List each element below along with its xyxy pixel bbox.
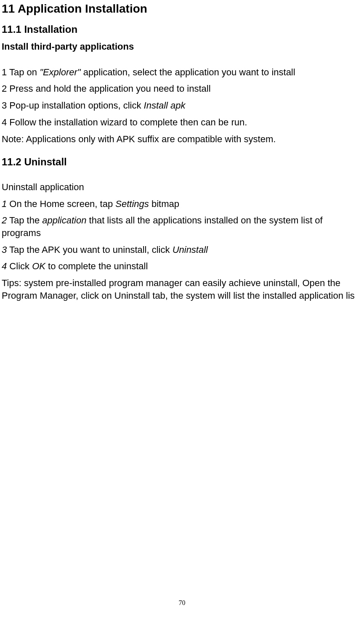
step-number: 1 [2,199,7,209]
uninstall-tips: Tips: system pre-installed program manag… [2,277,363,302]
install-step-4: 4 Follow the installation wizard to comp… [2,116,363,129]
text-italic: OK [32,261,45,271]
uninstall-step-3: 3 Tap the APK you want to uninstall, cli… [2,244,363,256]
text: bitmap [149,199,179,209]
heading-section-uninstall: 11.2 Uninstall [2,156,363,168]
text: Tap the APK you want to uninstall, click [7,244,172,255]
heading-chapter: 11 Application Installation [2,2,363,16]
step-number: 2 [2,215,7,226]
text: to complete the uninstall [45,261,148,271]
text-italic: application [42,215,86,226]
heading-section-installation: 11.1 Installation [2,24,363,36]
step-number: 4 [2,261,7,271]
text-italic: "Explorer" [40,67,83,77]
text: application, select the application you … [83,67,295,77]
step-number: 3 [2,244,7,255]
text: Tap the [7,215,42,226]
text: On the Home screen, tap [7,199,115,209]
text: 1 Tap on [2,67,40,77]
uninstall-step-2: 2 Tap the application that lists all the… [2,214,363,239]
document-page: 11 Application Installation 11.1 Install… [0,0,364,302]
text-italic: Uninstall [173,244,208,255]
text-italic: Install apk [144,100,186,111]
uninstall-step-4: 4 Click OK to complete the uninstall [2,260,363,273]
install-step-2: 2 Press and hold the application you nee… [2,82,363,95]
uninstall-step-1: 1 On the Home screen, tap Settings bitma… [2,198,363,210]
heading-subsection-install-third-party: Install third-party applications [2,41,363,52]
text: Click [7,261,32,271]
uninstall-lead: Uninstall application [2,181,363,194]
text: 3 Pop-up installation options, click [2,100,144,111]
page-number: 70 [0,599,364,607]
install-step-1: 1 Tap on "Explorer" application, select … [2,66,363,79]
install-step-3: 3 Pop-up installation options, click Ins… [2,99,363,112]
text-italic: Settings [115,199,149,209]
install-note: Note: Applications only with APK suffix … [2,133,363,146]
